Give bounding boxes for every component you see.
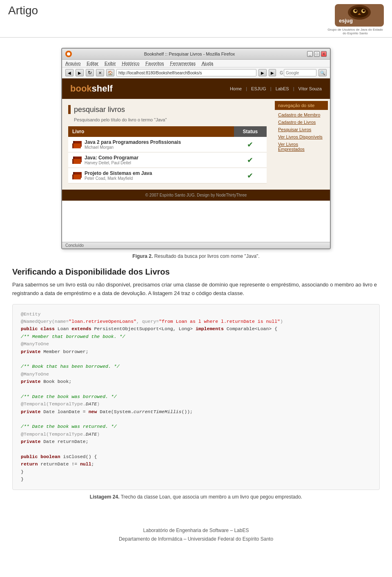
- code-line: /** Date the book was borrowed. */: [21, 393, 371, 400]
- search-button[interactable]: 🔍: [318, 69, 327, 76]
- browser-statusbar: Concluído: [62, 242, 330, 248]
- sidebar-link-pesquisar[interactable]: Pesquisar Livros: [275, 126, 328, 133]
- availability-status: ✔: [234, 137, 267, 152]
- sidebar-nav-label-rest: do site: [301, 103, 314, 108]
- logo-shelf: shelf: [92, 83, 113, 94]
- nav-user[interactable]: Vítor Souza: [298, 86, 322, 91]
- main-content: Bookshelf :: Pesquisar Livros - Mozilla …: [0, 38, 392, 514]
- col-livro: Livro: [68, 126, 234, 137]
- esjug-logo: esjug: [335, 4, 384, 27]
- figure-number: Figura 2.: [132, 253, 153, 259]
- svg-point-1: [350, 7, 368, 18]
- book-cell: Java: Como Programar Harvey Deitel, Paul…: [68, 152, 234, 168]
- book-title: Projeto de Sistemas em Java: [85, 170, 152, 176]
- figure-caption: Figura 2. Resultado da busca por livros …: [12, 253, 380, 259]
- code-line: private Date loanDate = new Date(System.…: [21, 408, 371, 416]
- browser-addressbar: ◀ ▶ ↻ ✕ 🏠 ▶ ▶ G 🔍: [62, 67, 330, 78]
- sidebar-link-emprestados[interactable]: Ver Livros Emprestados: [275, 141, 328, 153]
- home-button[interactable]: 🏠: [106, 69, 114, 76]
- book-icon: [72, 156, 81, 165]
- code-line: @Temporal(TemporalType.DATE): [21, 431, 371, 438]
- table-header-row: Livro Status: [68, 126, 267, 137]
- stop-button[interactable]: ✕: [96, 69, 104, 76]
- sidebar-link-cadastro-membro[interactable]: Cadastro de Membro: [275, 111, 328, 119]
- code-line: public class Loan extends PersistentObje…: [21, 325, 371, 333]
- section-heading: Verificando a Disponibilidade dos Livros: [12, 267, 380, 277]
- menu-ajuda[interactable]: Ajuda: [202, 61, 213, 66]
- code-line: private Date returnDate;: [21, 438, 371, 445]
- bookshelf-main-area: pesquisar livros Pesquisando pelo título…: [62, 99, 273, 190]
- maximize-button[interactable]: □: [314, 51, 320, 57]
- code-line: [21, 356, 371, 363]
- availability-status: ✔: [234, 152, 267, 168]
- go-button2[interactable]: ▶: [269, 69, 276, 76]
- svg-point-5: [363, 9, 365, 12]
- nav-labes[interactable]: LabES: [276, 86, 289, 91]
- page-heading: pesquisar livros: [74, 105, 125, 114]
- back-button[interactable]: ◀: [65, 69, 74, 76]
- menu-favoritos[interactable]: Favoritos: [145, 61, 164, 66]
- nav-esjug[interactable]: ESJUG: [251, 86, 266, 91]
- address-bar[interactable]: [116, 69, 256, 76]
- page-header: Artigo esjug Grupo de Usuários de Java d…: [0, 0, 392, 38]
- search-subtitle: Pesquisando pelo título do livro o termo…: [74, 117, 267, 122]
- menu-historico[interactable]: Histórico: [122, 61, 140, 66]
- code-line: [21, 386, 371, 393]
- code-line: [21, 446, 371, 453]
- forward-button[interactable]: ▶: [76, 69, 84, 76]
- figure-caption-text: Resultado da busca por livros com nome "…: [154, 253, 260, 259]
- code-line: @ManyToOne: [21, 340, 371, 348]
- code-line: return returnDate != null;: [21, 461, 371, 468]
- code-line: @NamedQuery(name="loan.retrieveOpenLoans…: [21, 318, 371, 325]
- books-table: Livro Status Java 2 para Programadores P…: [68, 126, 267, 183]
- menu-editar[interactable]: Editar: [87, 61, 98, 66]
- footer-line2: Departamento de Informática – Universida…: [0, 535, 392, 544]
- browser-titlebar: Bookshelf :: Pesquisar Livros - Mozilla …: [62, 49, 330, 60]
- reload-button[interactable]: ↻: [86, 69, 94, 76]
- menu-arquivo[interactable]: Arquivo: [65, 61, 80, 66]
- bookshelf-body: pesquisar livros Pesquisando pelo título…: [62, 99, 330, 190]
- book-author: Harvey Deitel, Paul Deitel: [85, 161, 138, 165]
- book-icon: [72, 171, 81, 180]
- code-line: }: [21, 468, 371, 476]
- listing-number: Listagem 24.: [90, 494, 120, 500]
- svg-text:esjug: esjug: [339, 18, 353, 24]
- sidebar-link-cadastro-livros[interactable]: Cadastro de Livros: [275, 119, 328, 126]
- logo-subtitle: Grupo de Usuários de Java do Estado do E…: [327, 28, 384, 35]
- page-footer: Laboratório de Engenharia de Software – …: [0, 514, 392, 552]
- book-title: Java: Como Programar: [85, 155, 138, 161]
- listing-caption: Listagem 24. Trecho da classe Loan, que …: [12, 494, 380, 500]
- code-line: [21, 416, 371, 423]
- nav-home[interactable]: Home: [230, 86, 242, 91]
- code-line: @Temporal(TemporalType.DATE): [21, 400, 371, 408]
- book-author: Michael Morgan: [85, 145, 181, 150]
- menu-ferramentas[interactable]: Ferramentas: [170, 61, 196, 66]
- browser-window-controls[interactable]: _ □ X: [307, 51, 327, 57]
- browser-search-input[interactable]: [284, 69, 316, 76]
- section-text: Para sabermos se um livro está ou não di…: [12, 281, 380, 298]
- bookshelf-logo: bookshelf: [70, 83, 113, 94]
- page-title: Artigo: [8, 4, 38, 17]
- close-button[interactable]: X: [321, 51, 327, 57]
- code-line: /** Member that borrowed the book. */: [21, 333, 371, 340]
- bookshelf-app: bookshelf Home | ESJUG | LabES | Vítor S…: [62, 78, 330, 242]
- sidebar-link-disponiveis[interactable]: Ver Livros Disponívels: [275, 133, 328, 141]
- go-button[interactable]: ▶: [258, 69, 267, 76]
- menu-exibir[interactable]: Exibir: [105, 61, 116, 66]
- bookshelf-navbar: bookshelf Home | ESJUG | LabES | Vítor S…: [62, 78, 330, 99]
- bookshelf-footer: © 2007 Espírito Santo JUG. Design by Nod…: [62, 190, 330, 201]
- nav-sep3: |: [293, 86, 294, 91]
- bookshelf-sidebar: navegação do site Cadastro de Membro Cad…: [273, 99, 330, 190]
- listing-caption-text: Trecho da classe Loan, que associa um me…: [121, 494, 302, 500]
- code-line: }: [21, 476, 371, 483]
- footer-line1: Laboratório de Engenharia de Software – …: [0, 526, 392, 535]
- code-line: @ManyToOne: [21, 371, 371, 378]
- browser-title: Bookshelf :: Pesquisar Livros - Mozilla …: [72, 51, 307, 56]
- footer-text: © 2007 Espírito Santo JUG. Design by Nod…: [145, 193, 247, 197]
- nav-sep2: |: [270, 86, 272, 91]
- table-row: Java: Como Programar Harvey Deitel, Paul…: [68, 152, 267, 168]
- minimize-button[interactable]: _: [307, 51, 313, 57]
- code-line: @Entity: [21, 311, 371, 318]
- page-icon-bar: [68, 105, 71, 114]
- nav-sep1: |: [246, 86, 247, 91]
